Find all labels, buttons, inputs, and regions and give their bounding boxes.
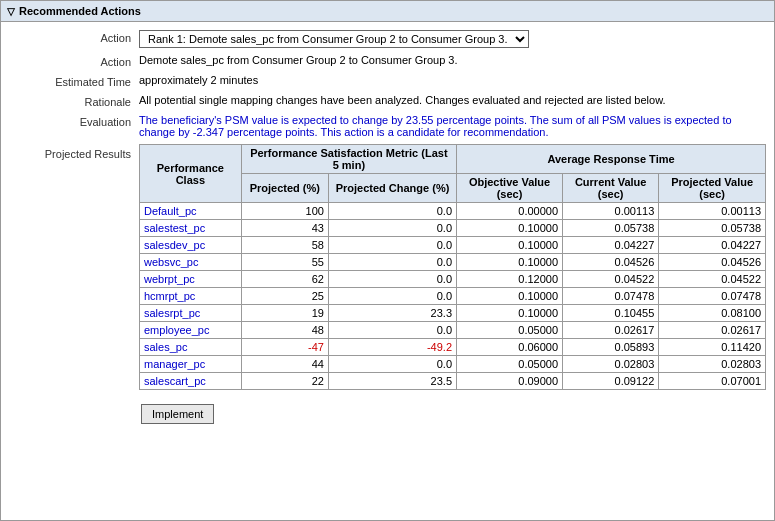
projected-value: 0.04227 (659, 237, 766, 254)
table-row: salescart_pc 22 23.5 0.09000 0.09122 0.0… (140, 373, 766, 390)
pc-name: webrpt_pc (140, 271, 242, 288)
action-dropdown-label: Action (9, 30, 139, 44)
current-value: 0.04526 (563, 254, 659, 271)
projected-value: 0.05738 (659, 220, 766, 237)
col-header-art-group: Average Response Time (457, 145, 766, 174)
projected-value: 0.02803 (659, 356, 766, 373)
objective-value: 0.00000 (457, 203, 563, 220)
current-value: 0.04522 (563, 271, 659, 288)
table-row: Default_pc 100 0.0 0.00000 0.00113 0.001… (140, 203, 766, 220)
objective-value: 0.12000 (457, 271, 563, 288)
action-text-row: Action Demote sales_pc from Consumer Gro… (1, 54, 774, 68)
objective-value: 0.10000 (457, 254, 563, 271)
projected-results-label: Projected Results (9, 144, 139, 160)
current-value: 0.02617 (563, 322, 659, 339)
pc-name: manager_pc (140, 356, 242, 373)
projected-pct: 62 (241, 271, 328, 288)
projected-pct: 22 (241, 373, 328, 390)
dropdown-wrapper: Rank 1: Demote sales_pc from Consumer Gr… (139, 30, 766, 48)
table-row: salestest_pc 43 0.0 0.10000 0.05738 0.05… (140, 220, 766, 237)
pc-name: salestest_pc (140, 220, 242, 237)
objective-value: 0.05000 (457, 322, 563, 339)
table-row: websvc_pc 55 0.0 0.10000 0.04526 0.04526 (140, 254, 766, 271)
projected-change: 0.0 (328, 220, 456, 237)
pc-name: websvc_pc (140, 254, 242, 271)
action-dropdown-value: Rank 1: Demote sales_pc from Consumer Gr… (139, 30, 766, 48)
table-row: sales_pc -47 -49.2 0.06000 0.05893 0.114… (140, 339, 766, 356)
objective-value: 0.09000 (457, 373, 563, 390)
action-text-label: Action (9, 54, 139, 68)
table-wrapper: Performance Class Performance Satisfacti… (139, 144, 766, 390)
implement-button[interactable]: Implement (141, 404, 214, 424)
rationale-row: Rationale All potential single mapping c… (1, 94, 774, 108)
projected-pct: 43 (241, 220, 328, 237)
current-value: 0.04227 (563, 237, 659, 254)
projected-value: 0.07478 (659, 288, 766, 305)
col-header-perf-class: Performance Class (140, 145, 242, 203)
panel-title: Recommended Actions (19, 5, 141, 17)
current-value: 0.05893 (563, 339, 659, 356)
projected-pct: 100 (241, 203, 328, 220)
projected-change: -49.2 (328, 339, 456, 356)
projected-change: 0.0 (328, 237, 456, 254)
objective-value: 0.06000 (457, 339, 563, 356)
toggle-icon[interactable]: ▽ (7, 6, 15, 17)
panel-header: ▽ Recommended Actions (1, 1, 774, 22)
objective-value: 0.05000 (457, 356, 563, 373)
table-row: manager_pc 44 0.0 0.05000 0.02803 0.0280… (140, 356, 766, 373)
projected-change: 0.0 (328, 271, 456, 288)
table-row: webrpt_pc 62 0.0 0.12000 0.04522 0.04522 (140, 271, 766, 288)
projected-value: 0.04526 (659, 254, 766, 271)
evaluation-row: Evaluation The beneficiary's PSM value i… (1, 114, 774, 138)
projected-pct: 58 (241, 237, 328, 254)
projected-value: 0.00113 (659, 203, 766, 220)
estimated-time-label: Estimated Time (9, 74, 139, 88)
current-value: 0.07478 (563, 288, 659, 305)
evaluation-label: Evaluation (9, 114, 139, 128)
pc-name: hcmrpt_pc (140, 288, 242, 305)
projected-pct: 25 (241, 288, 328, 305)
projected-pct: -47 (241, 339, 328, 356)
objective-value: 0.10000 (457, 305, 563, 322)
objective-value: 0.10000 (457, 220, 563, 237)
action-select[interactable]: Rank 1: Demote sales_pc from Consumer Gr… (139, 30, 529, 48)
table-row: hcmrpt_pc 25 0.0 0.10000 0.07478 0.07478 (140, 288, 766, 305)
pc-name: employee_pc (140, 322, 242, 339)
projected-change: 0.0 (328, 322, 456, 339)
projected-pct: 55 (241, 254, 328, 271)
projected-value: 0.04522 (659, 271, 766, 288)
projected-change: 23.5 (328, 373, 456, 390)
current-value: 0.02803 (563, 356, 659, 373)
action-dropdown-row: Action Rank 1: Demote sales_pc from Cons… (1, 30, 774, 48)
estimated-time-value: approximately 2 minutes (139, 74, 766, 86)
pc-name: salesdev_pc (140, 237, 242, 254)
table-row: salesrpt_pc 19 23.3 0.10000 0.10455 0.08… (140, 305, 766, 322)
projected-value: 0.02617 (659, 322, 766, 339)
projected-results-table: Performance Class Performance Satisfacti… (139, 144, 766, 390)
pc-name: sales_pc (140, 339, 242, 356)
rationale-label: Rationale (9, 94, 139, 108)
action-text-value: Demote sales_pc from Consumer Group 2 to… (139, 54, 766, 66)
pc-name: salescart_pc (140, 373, 242, 390)
col-header-objective-value: Objective Value (sec) (457, 174, 563, 203)
projected-pct: 44 (241, 356, 328, 373)
current-value: 0.00113 (563, 203, 659, 220)
projected-pct: 19 (241, 305, 328, 322)
projected-change: 0.0 (328, 356, 456, 373)
table-row: salesdev_pc 58 0.0 0.10000 0.04227 0.042… (140, 237, 766, 254)
rationale-value: All potential single mapping changes hav… (139, 94, 766, 106)
col-header-psm-group: Performance Satisfaction Metric (Last 5 … (241, 145, 456, 174)
projected-value: 0.11420 (659, 339, 766, 356)
projected-change: 23.3 (328, 305, 456, 322)
col-header-projected-value: Projected Value (sec) (659, 174, 766, 203)
current-value: 0.05738 (563, 220, 659, 237)
objective-value: 0.10000 (457, 237, 563, 254)
current-value: 0.10455 (563, 305, 659, 322)
objective-value: 0.10000 (457, 288, 563, 305)
col-header-projected-change: Projected Change (%) (328, 174, 456, 203)
col-header-projected-pct: Projected (%) (241, 174, 328, 203)
projected-change: 0.0 (328, 203, 456, 220)
pc-name: Default_pc (140, 203, 242, 220)
table-row: employee_pc 48 0.0 0.05000 0.02617 0.026… (140, 322, 766, 339)
panel-body: Action Rank 1: Demote sales_pc from Cons… (1, 22, 774, 436)
